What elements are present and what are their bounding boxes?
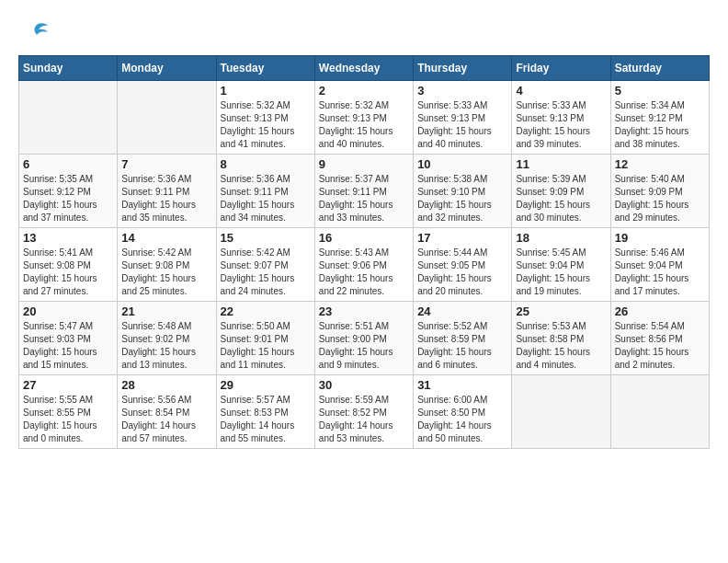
page-header [18,18,710,46]
day-number: 30 [319,378,409,392]
calendar-cell [118,81,216,155]
day-number: 3 [417,84,507,98]
day-number: 20 [23,304,113,318]
calendar-table: SundayMondayTuesdayWednesdayThursdayFrid… [18,55,710,449]
day-info: Sunrise: 5:40 AM Sunset: 9:09 PM Dayligh… [615,173,705,224]
day-info: Sunrise: 5:43 AM Sunset: 9:06 PM Dayligh… [319,247,409,298]
calendar-cell [610,375,709,449]
calendar-cell: 22Sunrise: 5:50 AM Sunset: 9:01 PM Dayli… [216,302,314,375]
calendar-cell [19,81,118,155]
day-info: Sunrise: 5:46 AM Sunset: 9:04 PM Dayligh… [615,247,705,298]
calendar-cell: 27Sunrise: 5:55 AM Sunset: 8:55 PM Dayli… [19,375,118,449]
day-info: Sunrise: 5:33 AM Sunset: 9:13 PM Dayligh… [516,99,606,151]
calendar-cell [512,375,610,449]
day-info: Sunrise: 5:33 AM Sunset: 9:13 PM Dayligh… [417,99,507,151]
calendar-cell: 30Sunrise: 5:59 AM Sunset: 8:52 PM Dayli… [314,375,413,449]
col-header-tuesday: Tuesday [216,56,314,81]
logo-bird-icon [22,18,50,46]
day-info: Sunrise: 5:51 AM Sunset: 9:00 PM Dayligh… [319,320,409,372]
calendar-cell: 2Sunrise: 5:32 AM Sunset: 9:13 PM Daylig… [314,81,413,155]
day-number: 28 [121,378,211,392]
day-number: 2 [319,84,409,98]
day-info: Sunrise: 5:57 AM Sunset: 8:53 PM Dayligh… [221,394,311,445]
day-number: 15 [221,231,311,245]
day-number: 13 [23,231,113,245]
calendar-cell: 6Sunrise: 5:35 AM Sunset: 9:12 PM Daylig… [19,155,118,228]
calendar-cell: 21Sunrise: 5:48 AM Sunset: 9:02 PM Dayli… [118,302,216,375]
calendar-cell: 29Sunrise: 5:57 AM Sunset: 8:53 PM Dayli… [216,375,314,449]
day-number: 10 [417,157,507,171]
day-number: 7 [121,157,211,171]
day-number: 12 [615,157,705,171]
day-info: Sunrise: 5:39 AM Sunset: 9:09 PM Dayligh… [516,173,606,224]
day-info: Sunrise: 5:50 AM Sunset: 9:01 PM Dayligh… [221,320,311,372]
day-number: 24 [417,304,507,318]
calendar-cell: 12Sunrise: 5:40 AM Sunset: 9:09 PM Dayli… [610,155,709,228]
calendar-cell: 8Sunrise: 5:36 AM Sunset: 9:11 PM Daylig… [216,155,314,228]
calendar-cell: 25Sunrise: 5:53 AM Sunset: 8:58 PM Dayli… [512,302,610,375]
calendar-cell: 1Sunrise: 5:32 AM Sunset: 9:13 PM Daylig… [216,81,314,155]
calendar-cell: 11Sunrise: 5:39 AM Sunset: 9:09 PM Dayli… [512,155,610,228]
day-info: Sunrise: 5:54 AM Sunset: 8:56 PM Dayligh… [615,320,705,372]
day-number: 23 [319,304,409,318]
day-number: 17 [417,231,507,245]
calendar-cell: 19Sunrise: 5:46 AM Sunset: 9:04 PM Dayli… [610,228,709,302]
day-number: 6 [23,157,113,171]
calendar-cell: 4Sunrise: 5:33 AM Sunset: 9:13 PM Daylig… [512,81,610,155]
day-info: Sunrise: 5:47 AM Sunset: 9:03 PM Dayligh… [23,320,113,372]
calendar-cell: 23Sunrise: 5:51 AM Sunset: 9:00 PM Dayli… [314,302,413,375]
calendar-cell: 16Sunrise: 5:43 AM Sunset: 9:06 PM Dayli… [314,228,413,302]
day-info: Sunrise: 5:59 AM Sunset: 8:52 PM Dayligh… [319,394,409,445]
day-info: Sunrise: 5:45 AM Sunset: 9:04 PM Dayligh… [516,247,606,298]
day-info: Sunrise: 5:38 AM Sunset: 9:10 PM Dayligh… [417,173,507,224]
day-number: 16 [319,231,409,245]
day-info: Sunrise: 5:55 AM Sunset: 8:55 PM Dayligh… [23,394,113,445]
calendar-cell: 7Sunrise: 5:36 AM Sunset: 9:11 PM Daylig… [118,155,216,228]
day-number: 9 [319,157,409,171]
day-info: Sunrise: 5:36 AM Sunset: 9:11 PM Dayligh… [221,173,311,224]
col-header-monday: Monday [118,56,216,81]
day-number: 8 [221,157,311,171]
day-number: 18 [516,231,606,245]
day-info: Sunrise: 5:37 AM Sunset: 9:11 PM Dayligh… [319,173,409,224]
calendar-cell: 18Sunrise: 5:45 AM Sunset: 9:04 PM Dayli… [512,228,610,302]
col-header-thursday: Thursday [414,56,512,81]
day-number: 26 [615,304,705,318]
day-number: 5 [615,84,705,98]
day-info: Sunrise: 5:42 AM Sunset: 9:07 PM Dayligh… [221,247,311,298]
calendar-cell: 17Sunrise: 5:44 AM Sunset: 9:05 PM Dayli… [414,228,512,302]
calendar-cell: 14Sunrise: 5:42 AM Sunset: 9:08 PM Dayli… [118,228,216,302]
day-info: Sunrise: 5:32 AM Sunset: 9:13 PM Dayligh… [221,99,311,151]
day-info: Sunrise: 5:48 AM Sunset: 9:02 PM Dayligh… [121,320,211,372]
day-info: Sunrise: 5:44 AM Sunset: 9:05 PM Dayligh… [417,247,507,298]
logo [18,18,50,46]
day-number: 27 [23,378,113,392]
day-number: 11 [516,157,606,171]
calendar-cell: 28Sunrise: 5:56 AM Sunset: 8:54 PM Dayli… [118,375,216,449]
day-info: Sunrise: 5:32 AM Sunset: 9:13 PM Dayligh… [319,99,409,151]
day-info: Sunrise: 5:36 AM Sunset: 9:11 PM Dayligh… [121,173,211,224]
day-number: 19 [615,231,705,245]
day-info: Sunrise: 5:35 AM Sunset: 9:12 PM Dayligh… [23,173,113,224]
day-number: 22 [221,304,311,318]
day-number: 4 [516,84,606,98]
calendar-cell: 15Sunrise: 5:42 AM Sunset: 9:07 PM Dayli… [216,228,314,302]
day-info: Sunrise: 5:42 AM Sunset: 9:08 PM Dayligh… [121,247,211,298]
day-number: 21 [121,304,211,318]
day-info: Sunrise: 5:56 AM Sunset: 8:54 PM Dayligh… [121,394,211,445]
day-number: 1 [221,84,311,98]
col-header-sunday: Sunday [19,56,118,81]
day-info: Sunrise: 5:52 AM Sunset: 8:59 PM Dayligh… [417,320,507,372]
day-number: 25 [516,304,606,318]
calendar-cell: 26Sunrise: 5:54 AM Sunset: 8:56 PM Dayli… [610,302,709,375]
calendar-cell: 9Sunrise: 5:37 AM Sunset: 9:11 PM Daylig… [314,155,413,228]
calendar-cell: 3Sunrise: 5:33 AM Sunset: 9:13 PM Daylig… [414,81,512,155]
calendar-cell: 13Sunrise: 5:41 AM Sunset: 9:08 PM Dayli… [19,228,118,302]
day-info: Sunrise: 5:41 AM Sunset: 9:08 PM Dayligh… [23,247,113,298]
calendar-cell: 20Sunrise: 5:47 AM Sunset: 9:03 PM Dayli… [19,302,118,375]
col-header-saturday: Saturday [610,56,709,81]
calendar-cell: 10Sunrise: 5:38 AM Sunset: 9:10 PM Dayli… [414,155,512,228]
col-header-wednesday: Wednesday [314,56,413,81]
day-number: 31 [417,378,507,392]
day-info: Sunrise: 5:53 AM Sunset: 8:58 PM Dayligh… [516,320,606,372]
